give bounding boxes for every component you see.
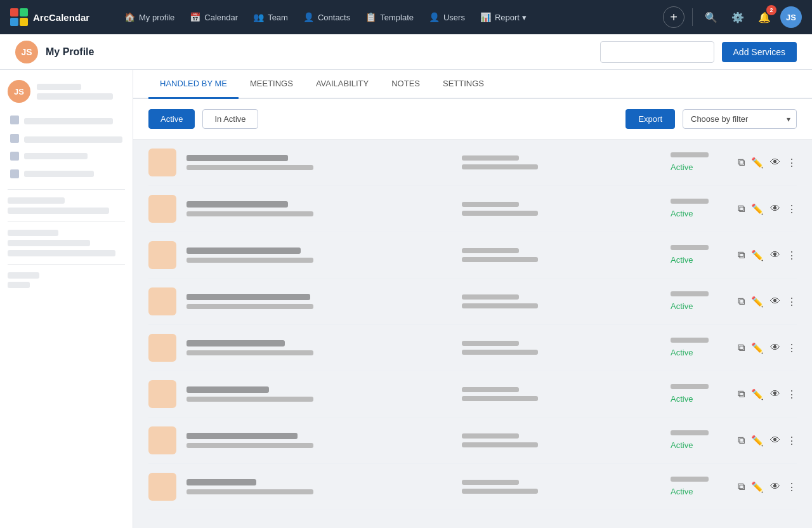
tab-meetings[interactable]: MEETINGS (239, 70, 304, 99)
row-status: Active (671, 291, 728, 312)
sidebar-item-3[interactable] (8, 148, 125, 164)
more-icon[interactable]: ⋮ (787, 342, 797, 354)
nav-label-users: Users (443, 13, 465, 22)
sidebar-separator-2 (8, 221, 125, 222)
row-title-skeleton (187, 248, 301, 254)
edit-icon[interactable]: ✏️ (751, 203, 764, 215)
row-meta-2-skeleton (462, 442, 538, 447)
view-icon[interactable]: 👁 (770, 435, 780, 446)
row-meta-1-skeleton (462, 294, 519, 300)
view-icon[interactable]: 👁 (770, 157, 780, 168)
edit-icon[interactable]: ✏️ (751, 388, 764, 400)
row-status: Active (671, 477, 728, 497)
more-icon[interactable]: ⋮ (787, 249, 797, 261)
more-icon[interactable]: ⋮ (787, 203, 797, 215)
add-button[interactable]: + (663, 6, 684, 28)
row-status: Active (671, 245, 728, 265)
copy-icon[interactable]: ⧉ (738, 249, 745, 261)
sidebar-item-2[interactable] (8, 130, 125, 146)
sidebar-item-label-4 (24, 171, 94, 177)
edit-icon[interactable]: ✏️ (751, 296, 764, 308)
edit-icon[interactable]: ✏️ (751, 249, 764, 261)
export-button[interactable]: Export (625, 109, 675, 129)
row-actions: ⧉ ✏️ 👁 ⋮ (738, 203, 797, 215)
filter-select[interactable]: Choose by filter All Active Inactive (683, 109, 797, 129)
sidebar-checkbox-3[interactable] (10, 152, 19, 161)
row-status-line-skeleton (671, 338, 709, 343)
inactive-filter-button[interactable]: In Active (202, 109, 258, 129)
brand-logo-area[interactable]: ArcCalendar (10, 8, 105, 26)
tab-handled-by-me[interactable]: HANDLED BY ME (148, 70, 239, 99)
edit-icon[interactable]: ✏️ (751, 435, 764, 447)
view-icon[interactable]: 👁 (770, 249, 780, 261)
row-status: Active (671, 384, 728, 404)
sidebar-item-4[interactable] (8, 166, 125, 182)
table-row: Active ⧉ ✏️ 👁 ⋮ (148, 464, 797, 510)
row-avatar (148, 380, 176, 408)
sidebar-checkbox-4[interactable] (10, 169, 19, 178)
status-badge: Active (671, 255, 693, 265)
more-icon[interactable]: ⋮ (787, 481, 797, 493)
home-icon: 🏠 (124, 12, 135, 22)
tab-notes[interactable]: NOTES (380, 70, 431, 99)
copy-icon[interactable]: ⧉ (738, 435, 745, 446)
view-icon[interactable]: 👁 (770, 388, 780, 400)
row-meta-1-skeleton (462, 480, 519, 485)
active-filter-button[interactable]: Active (148, 109, 195, 129)
sidebar-text-6 (8, 272, 39, 279)
row-meta-2-skeleton (462, 211, 538, 216)
user-avatar[interactable]: JS (780, 6, 802, 28)
row-meta (462, 480, 660, 494)
view-icon[interactable]: 👁 (770, 342, 780, 353)
nav-item-template[interactable]: 📋 Template (359, 8, 420, 26)
status-badge: Active (671, 162, 693, 172)
nav-item-team[interactable]: 👥 Team (247, 8, 294, 26)
nav-item-report[interactable]: 📊 Report ▾ (474, 8, 533, 26)
nav-item-contacts[interactable]: 👤 Contacts (297, 8, 357, 26)
row-status-line-skeleton (671, 152, 709, 157)
more-icon[interactable]: ⋮ (787, 296, 797, 308)
status-badge: Active (671, 487, 693, 496)
more-icon[interactable]: ⋮ (787, 157, 797, 169)
sidebar-checkbox-1[interactable] (10, 116, 19, 124)
nav-label-contacts: Contacts (318, 13, 350, 22)
row-actions: ⧉ ✏️ 👁 ⋮ (738, 481, 797, 493)
row-status-line-skeleton (671, 477, 709, 482)
sidebar-item-1[interactable] (8, 112, 125, 128)
row-avatar (148, 334, 176, 362)
settings-button[interactable]: ⚙️ (727, 6, 749, 28)
nav-item-my-profile[interactable]: 🏠 My profile (118, 8, 181, 26)
copy-icon[interactable]: ⧉ (738, 388, 745, 400)
copy-icon[interactable]: ⧉ (738, 157, 745, 168)
nav-item-users[interactable]: 👤 Users (422, 8, 471, 26)
tab-settings[interactable]: SETTINGS (431, 70, 495, 99)
view-icon[interactable]: 👁 (770, 203, 780, 214)
copy-icon[interactable]: ⧉ (738, 342, 745, 353)
nav-item-calendar[interactable]: 📅 Calendar (183, 8, 244, 26)
copy-icon[interactable]: ⧉ (738, 481, 745, 492)
notification-badge: 2 (766, 5, 776, 15)
page-title: My Profile (46, 46, 94, 58)
sidebar-section-4 (8, 272, 125, 288)
add-services-button[interactable]: Add Services (722, 42, 797, 62)
more-icon[interactable]: ⋮ (787, 388, 797, 400)
template-icon: 📋 (365, 12, 376, 22)
row-avatar (148, 287, 176, 315)
copy-icon[interactable]: ⧉ (738, 203, 745, 214)
edit-icon[interactable]: ✏️ (751, 157, 764, 169)
view-icon[interactable]: 👁 (770, 296, 780, 307)
row-meta-2-skeleton (462, 164, 538, 169)
search-input[interactable] (600, 41, 714, 63)
tab-availability[interactable]: AVAILABILITY (304, 70, 380, 99)
edit-icon[interactable]: ✏️ (751, 342, 764, 354)
copy-icon[interactable]: ⧉ (738, 296, 745, 307)
sidebar-avatar: JS (8, 80, 30, 103)
search-button[interactable]: 🔍 (700, 6, 722, 28)
row-info (187, 340, 452, 355)
more-icon[interactable]: ⋮ (787, 435, 797, 447)
sidebar-checkbox-2[interactable] (10, 134, 19, 143)
view-icon[interactable]: 👁 (770, 481, 780, 492)
sidebar-separator-3 (8, 264, 125, 265)
edit-icon[interactable]: ✏️ (751, 481, 764, 493)
sidebar-item-label-3 (24, 153, 88, 159)
